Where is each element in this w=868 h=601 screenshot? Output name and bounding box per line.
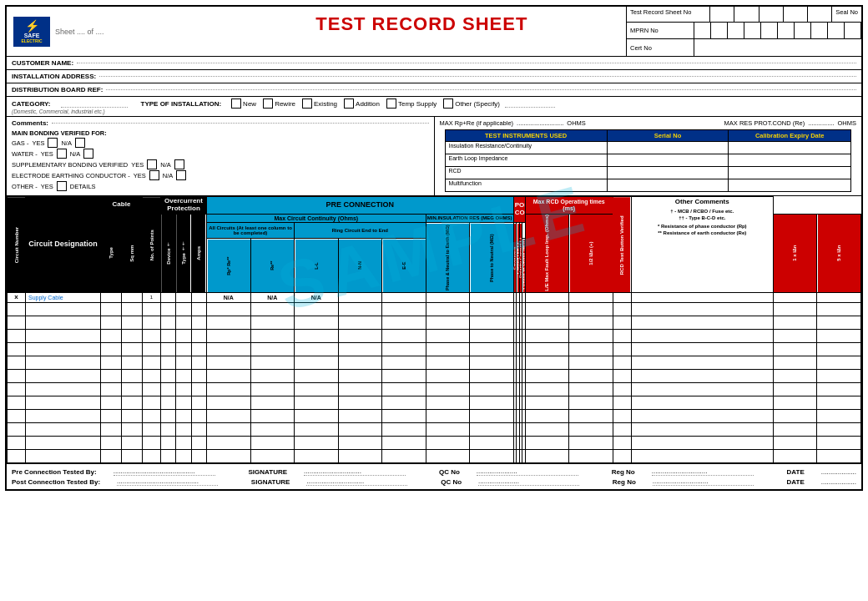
inst-row-4: Multifunction: [446, 179, 851, 191]
addition-checkbox[interactable]: [344, 98, 354, 109]
suppl-yes-checkbox[interactable]: [147, 159, 157, 169]
other-value: [505, 99, 555, 108]
other-yes-checkbox[interactable]: [57, 181, 67, 191]
inst-row-3: RCD: [446, 166, 851, 179]
r5-amp: [191, 356, 206, 370]
r8-cmt: [817, 396, 861, 410]
table-row: [8, 450, 861, 463]
qc-value2: ......................: [478, 477, 579, 486]
r11-dev: [161, 437, 176, 450]
r4-le: [525, 343, 569, 356]
customer-name-row: CUSTOMER NAME:: [12, 58, 856, 68]
sc-type-tt: [176, 293, 191, 303]
r12-nn: [338, 450, 382, 463]
r3-rp: [207, 330, 251, 343]
r9-5x: [631, 410, 773, 423]
max-circuit-continuity-header: Max Circuit Continuity (Ohms): [207, 214, 426, 223]
gas-na-checkbox[interactable]: [75, 138, 85, 148]
suppl-na-checkbox[interactable]: [174, 159, 184, 169]
water-yes-checkbox[interactable]: [57, 149, 67, 159]
existing-checkbox[interactable]: [302, 98, 312, 109]
r5-desc: [26, 356, 101, 370]
r4-ee: [382, 343, 426, 356]
address-value: [99, 76, 856, 77]
electrode-yes-checkbox[interactable]: [149, 170, 159, 180]
r12-sq: [122, 450, 143, 463]
sc-re: N/A: [250, 293, 295, 303]
r4-1x: [613, 343, 631, 356]
r4-dev: [161, 343, 176, 356]
table-row: [8, 437, 861, 450]
r1-pn: [470, 303, 514, 316]
r6-rp: [207, 370, 251, 383]
type-tt-header: Type ††: [176, 214, 191, 293]
r9-ee: [382, 410, 426, 423]
r8-5x: [631, 396, 773, 410]
type-label: TYPE OF INSTALLATION:: [141, 100, 222, 108]
amps-header: Amps: [191, 214, 206, 293]
customer-name-label: CUSTOMER NAME:: [12, 59, 73, 67]
r9-rcd: [773, 410, 817, 423]
left-panel: Comments: MAIN BONDING VERIFIED FOR: GAS…: [7, 117, 435, 195]
r2-ty: [176, 316, 191, 330]
r8-le: [525, 396, 569, 410]
r9-re: [250, 410, 295, 423]
temp-checkbox[interactable]: [386, 98, 396, 109]
trns-box-4: [784, 7, 808, 22]
inst-expiry-1: [729, 142, 850, 154]
r11-h: [569, 437, 613, 450]
category-value: [61, 99, 128, 108]
supplementary-row: SUPPLEMENTARY BONDING VERIFIED YES N/A: [12, 159, 429, 169]
r1-ty: [176, 303, 191, 316]
category-section: CATEGORY: TYPE OF INSTALLATION: New Rewi…: [7, 97, 861, 117]
r6-dev: [161, 370, 176, 383]
water-na-checkbox[interactable]: [83, 149, 93, 159]
r1-ee: [382, 303, 426, 316]
r3-1x: [613, 330, 631, 343]
footer: Pre Connection Tested By: ..............…: [7, 463, 861, 489]
r3-amp: [191, 330, 206, 343]
all-circuits-header: All Circuits (At least one column to be …: [207, 223, 295, 239]
mprn-c10: [845, 23, 861, 38]
seal-no-label: Seal No: [831, 7, 861, 22]
reg-label1: Reg No: [612, 468, 635, 476]
r7-5x: [631, 383, 773, 396]
1x-rcd-header: 1 x I∆n: [773, 214, 817, 293]
r12-ty: [176, 450, 191, 463]
cable-type-header: Type: [101, 214, 122, 293]
supply-cable-row: x Supply Cable 1 N/A N/A N/A: [8, 293, 861, 303]
r8-num: [8, 396, 26, 410]
type-temp: Temp Supply: [386, 98, 437, 109]
other-checkbox[interactable]: [443, 98, 453, 109]
suppl-label: SUPPLEMENTARY BONDING VERIFIED: [12, 161, 128, 169]
rewire-checkbox[interactable]: [263, 98, 273, 109]
r7-nn: [338, 383, 382, 396]
r11-ee: [382, 437, 426, 450]
electrode-na-checkbox[interactable]: [176, 170, 186, 180]
r1-pts: [143, 303, 161, 316]
r4-h: [569, 343, 613, 356]
new-checkbox[interactable]: [231, 98, 241, 109]
phase-neutral-earth-header: Phase & Neutral to Earth (MΩ): [426, 223, 470, 293]
r8-pts: [143, 396, 161, 410]
date-label1: DATE: [787, 468, 805, 476]
r1-t: [101, 303, 122, 316]
r1-dev: [161, 303, 176, 316]
r11-num: [8, 437, 26, 450]
r10-num: [8, 423, 26, 437]
inst-expiry-3: [729, 167, 850, 179]
r7-dev: [161, 383, 176, 396]
r3-num: [8, 330, 26, 343]
supply-cable-label: Supply Cable: [26, 293, 101, 303]
r11-ll: [295, 437, 339, 450]
other-comments-title: Other Comments: [633, 199, 771, 206]
r9-pne: [426, 410, 470, 423]
water-label: WATER -: [12, 150, 38, 158]
gas-yes-checkbox[interactable]: [48, 138, 58, 148]
r6-t: [101, 370, 122, 383]
type-rewire: Rewire: [263, 98, 295, 109]
r9-sq: [122, 410, 143, 423]
r10-sq: [122, 423, 143, 437]
type-addition: Addition: [344, 98, 380, 109]
r6-amp: [191, 370, 206, 383]
